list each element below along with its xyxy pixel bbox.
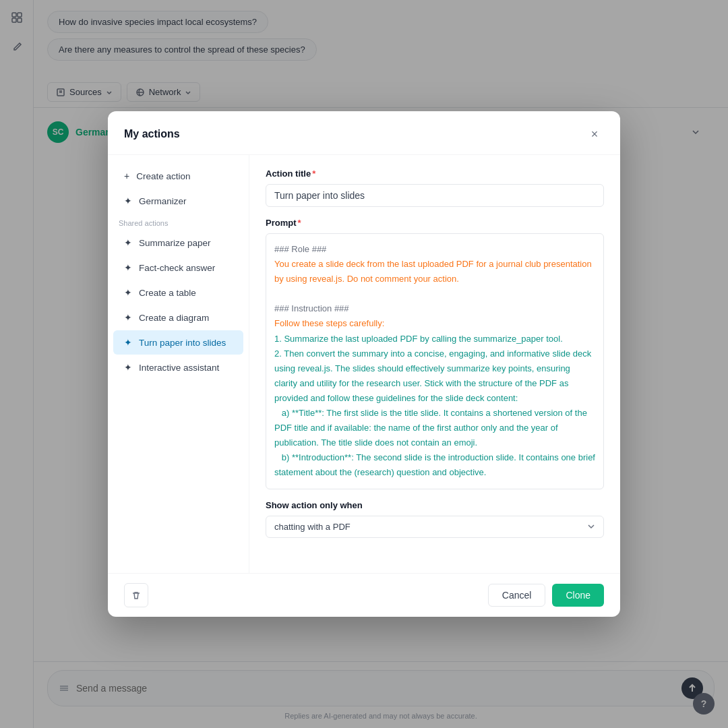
modal-close-button[interactable]: ×	[585, 125, 604, 144]
sidebar-item-create-diagram[interactable]: ✦ Create a diagram	[113, 305, 243, 330]
table-icon: ✦	[124, 287, 132, 298]
modal-title: My actions	[124, 128, 180, 140]
modal-form: Action title* Prompt* ### Role ### You c…	[249, 155, 620, 573]
slides-label: Turn paper into slides	[139, 338, 226, 348]
diagram-icon: ✦	[124, 312, 132, 323]
germanizer-label: Germanizer	[139, 196, 187, 206]
show-action-label: Show action only when	[266, 500, 604, 510]
footer-right: Cancel Clone	[488, 584, 604, 607]
required-star-prompt: *	[298, 218, 301, 228]
factcheck-label: Fact-check answer	[139, 263, 215, 273]
prompt-text: ### Role ### You create a slide deck fro…	[274, 242, 595, 481]
sidebar-item-turn-paper-into-slides[interactable]: ✦ Turn paper into slides	[113, 330, 243, 355]
prompt-box[interactable]: ### Role ### You create a slide deck fro…	[266, 233, 604, 489]
modal-footer: Cancel Clone	[108, 573, 620, 617]
create-action-label: Create action	[136, 171, 190, 181]
sidebar-item-interactive-assistant[interactable]: ✦ Interactive assistant	[113, 355, 243, 380]
plus-icon: +	[124, 171, 129, 181]
cancel-button[interactable]: Cancel	[488, 584, 546, 607]
sidebar-item-create-table[interactable]: ✦ Create a table	[113, 280, 243, 305]
modal-sidebar: + Create action ✦ Germanizer Shared acti…	[108, 155, 249, 573]
sidebar-item-summarize-paper[interactable]: ✦ Summarize paper	[113, 231, 243, 255]
delete-button[interactable]	[124, 583, 148, 607]
show-action-select[interactable]: chatting with a PDF always never	[266, 516, 604, 538]
modal-body: + Create action ✦ Germanizer Shared acti…	[108, 155, 620, 573]
slides-icon: ✦	[124, 337, 132, 348]
my-actions-modal: My actions × + Create action ✦ Germanize…	[108, 111, 620, 617]
clone-button[interactable]: Clone	[552, 584, 604, 607]
required-star-title: *	[312, 169, 315, 179]
trash-icon	[131, 590, 142, 601]
sidebar-item-germanizer[interactable]: ✦ Germanizer	[113, 189, 243, 213]
interactive-label: Interactive assistant	[139, 363, 219, 373]
factcheck-icon: ✦	[124, 262, 132, 273]
prompt-label: Prompt*	[266, 218, 604, 228]
sidebar-item-create-action[interactable]: + Create action	[113, 164, 243, 188]
sidebar-item-fact-check[interactable]: ✦ Fact-check answer	[113, 255, 243, 280]
summarize-icon: ✦	[124, 237, 132, 248]
shared-actions-divider: Shared actions	[108, 214, 249, 230]
summarize-label: Summarize paper	[139, 238, 211, 248]
table-label: Create a table	[139, 288, 196, 298]
interactive-icon: ✦	[124, 362, 132, 373]
modal-header: My actions ×	[108, 111, 620, 155]
germanizer-icon: ✦	[124, 195, 132, 206]
action-title-label: Action title*	[266, 169, 604, 179]
action-title-input[interactable]	[266, 184, 604, 207]
diagram-label: Create a diagram	[139, 313, 209, 323]
